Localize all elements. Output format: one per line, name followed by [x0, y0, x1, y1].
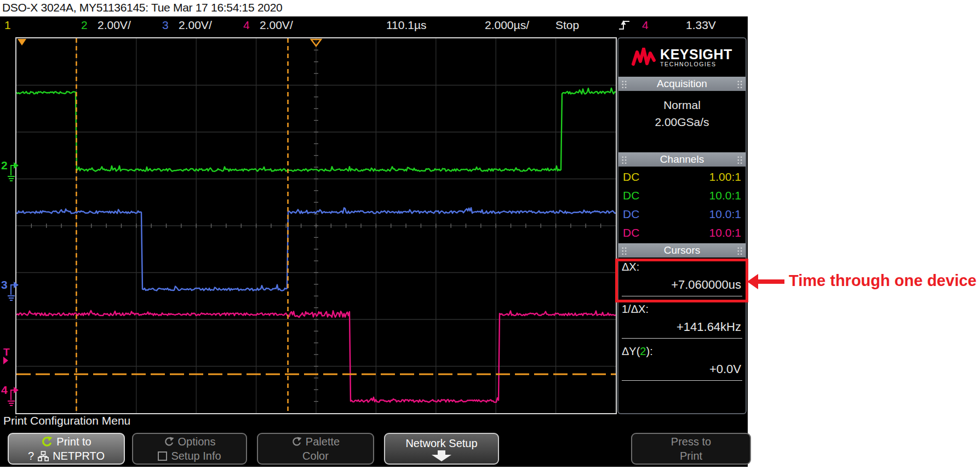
inverse-delta-x-label: 1/ΔX:	[622, 302, 742, 316]
refresh-icon	[164, 437, 174, 447]
acquisition-info: Normal 2.00GSa/s	[618, 91, 746, 152]
waveform-svg	[16, 38, 616, 413]
network-printer-icon	[38, 451, 49, 461]
checkbox-icon	[158, 451, 167, 461]
channel-row-1: DC 1.00:1	[618, 168, 746, 186]
status-ch1-label: 1	[4, 19, 11, 32]
keysight-wave-icon	[632, 48, 656, 67]
trigger-level-marker: T	[3, 347, 10, 365]
drag-grip-icon	[737, 80, 743, 88]
annotation-arrow-tail	[757, 279, 784, 284]
cursor-readouts: ΔX: +7.060000us 1/ΔX: +141.64kHz ΔY(2): …	[618, 258, 746, 413]
status-ch3-label: 3	[162, 19, 169, 32]
probe-ratio: 10.0:1	[709, 189, 741, 202]
cursors-section-header[interactable]: Cursors	[618, 243, 746, 258]
drag-grip-icon	[621, 80, 627, 88]
channels-section-header[interactable]: Channels	[618, 152, 746, 167]
annotation-label: Time through one device	[789, 272, 977, 290]
sample-rate: 2.00GSa/s	[618, 113, 746, 130]
status-ch2-scale: 2.00V/	[98, 19, 131, 32]
acquisition-mode: Normal	[618, 96, 746, 113]
info-sidebar: KEYSIGHT TECHNOLOGIES Acquisition Normal…	[617, 37, 747, 414]
ground-arrow-icon	[8, 279, 20, 302]
status-timebase: 2.000µs/	[485, 19, 529, 32]
probe-ratio: 10.0:1	[709, 208, 741, 221]
status-ch2-label: 2	[81, 19, 88, 32]
oscilloscope-screen: 1 2 2.00V/ 3 2.00V/ 4 2.00V/ 110.1µs 2.0…	[0, 16, 748, 467]
refresh-icon	[41, 436, 53, 448]
network-setup-button[interactable]: Network Setup	[384, 433, 499, 465]
channel-row-4: DC 10.0:1	[618, 224, 746, 242]
brand-name: KEYSIGHT	[660, 48, 732, 61]
trigger-arrow-icon	[3, 357, 9, 365]
acquisition-section-header[interactable]: Acquisition	[618, 77, 746, 91]
delta-x-label: ΔX:	[622, 260, 742, 274]
delta-x-readout: ΔX: +7.060000us	[622, 260, 742, 296]
channel-list: DC 1.00:1 DC 10.0:1 DC 10.0:1 DC 10.0:1	[618, 167, 746, 243]
status-run-state: Stop	[555, 19, 579, 32]
status-trigger-level: 1.33V	[686, 19, 716, 32]
palette-button[interactable]: Palette Color	[257, 433, 374, 465]
window-title: DSO-X 3024A, MY51136145: Tue Mar 17 16:5…	[2, 1, 282, 14]
annotation-arrow-icon	[747, 274, 758, 289]
probe-ratio: 1.00:1	[709, 170, 741, 184]
inverse-delta-x-readout: 1/ΔX: +141.64kHz	[622, 302, 742, 339]
status-bar: 1 2 2.00V/ 3 2.00V/ 4 2.00V/ 110.1µs 2.0…	[0, 16, 748, 34]
refresh-icon	[291, 437, 302, 447]
ground-arrow-icon	[8, 160, 20, 183]
delta-y-label: ΔY(2):	[622, 344, 742, 358]
channel-row-2: DC 10.0:1	[618, 186, 746, 205]
print-to-button[interactable]: Print to ? NETPRTO	[8, 433, 125, 465]
status-ch3-scale: 2.00V/	[179, 19, 212, 32]
delta-y-readout: ΔY(2): +0.0V	[622, 344, 742, 381]
status-ch4-label: 4	[243, 19, 250, 32]
drag-grip-icon	[621, 247, 627, 255]
channel-row-3: DC 10.0:1	[618, 205, 746, 224]
status-trigger-source: 4	[642, 19, 649, 32]
keysight-logo: KEYSIGHT TECHNOLOGIES	[618, 38, 746, 77]
coupling-label: DC	[623, 226, 639, 239]
options-button[interactable]: Options Setup Info	[132, 433, 247, 465]
drag-grip-icon	[621, 156, 627, 164]
probe-ratio: 10.0:1	[709, 226, 741, 239]
press-to-print-button[interactable]: Press to Print	[631, 433, 751, 465]
delta-x-value: +7.060000us	[622, 274, 742, 296]
ground-arrow-icon	[8, 385, 20, 408]
delta-y-value: +0.0V	[622, 358, 742, 380]
ch4-ground-marker: 4	[1, 385, 20, 408]
coupling-label: DC	[623, 170, 639, 184]
delta-y-channel: 2	[640, 345, 646, 357]
menu-title: Print Configuration Menu	[3, 414, 130, 427]
coupling-label: DC	[623, 189, 639, 202]
inverse-delta-x-value: +141.64kHz	[622, 316, 742, 338]
drag-grip-icon	[737, 156, 743, 164]
trigger-edge-icon	[618, 19, 631, 32]
waveform-plot-area	[15, 37, 617, 414]
ch3-ground-marker: 3	[1, 279, 20, 302]
coupling-label: DC	[623, 208, 639, 221]
status-ch4-scale: 2.00V/	[260, 19, 293, 32]
status-delay-readout: 110.1µs	[386, 19, 427, 32]
drag-grip-icon	[737, 247, 743, 255]
ch2-ground-marker: 2	[1, 160, 20, 183]
down-arrow-icon	[430, 450, 453, 461]
